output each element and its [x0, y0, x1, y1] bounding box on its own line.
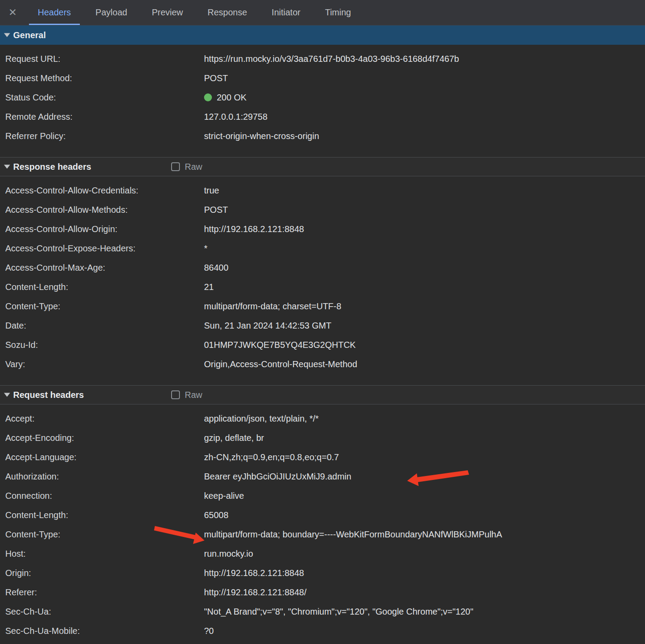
header-rows: Request URL:https://run.mocky.io/v3/3aa7… — [0, 45, 645, 150]
sections: GeneralRequest URL:https://run.mocky.io/… — [0, 25, 645, 644]
header-name: Request URL: — [0, 54, 204, 64]
header-value-text: gzip, deflate, br — [204, 433, 264, 443]
header-value-text: https://run.mocky.io/v3/3aa761d7-b0b3-4a… — [204, 54, 459, 64]
header-name: Sec-Ch-Ua-Mobile: — [0, 626, 204, 636]
header-row: Request Method:POST — [0, 68, 645, 88]
header-value: 65008 — [204, 510, 645, 520]
section-title: Response headers — [13, 162, 91, 172]
header-value: 01HMP7JWKQE7B5YQ4E3G2QHTCK — [204, 340, 645, 350]
header-value-text: * — [204, 243, 208, 254]
header-name: Content-Length: — [0, 510, 204, 520]
header-row: Content-Type:multipart/form-data; charse… — [0, 297, 645, 316]
section-title: Request headers — [13, 390, 84, 400]
raw-toggle[interactable]: Raw — [171, 157, 202, 176]
header-row: Origin:http://192.168.2.121:8848 — [0, 563, 645, 583]
header-value-text: Origin,Access-Control-Request-Method — [204, 359, 357, 369]
header-row: Access-Control-Max-Age:86400 — [0, 258, 645, 277]
header-name: Access-Control-Max-Age: — [0, 263, 204, 273]
header-value-text: multipart/form-data; boundary=----WebKit… — [204, 530, 502, 540]
header-value: http://192.168.2.121:8848 — [204, 224, 645, 234]
section-header-general[interactable]: General — [0, 25, 645, 45]
header-rows: Accept:application/json, text/plain, */*… — [0, 404, 645, 644]
header-value-text: run.mocky.io — [204, 549, 253, 559]
header-value: multipart/form-data; boundary=----WebKit… — [204, 530, 645, 540]
header-row: Accept-Language:zh-CN,zh;q=0.9,en;q=0.8,… — [0, 447, 645, 467]
raw-toggle[interactable]: Raw — [171, 386, 202, 404]
tab-response[interactable]: Response — [198, 0, 257, 25]
header-name: Access-Control-Allow-Methods: — [0, 205, 204, 215]
header-name: Status Code: — [0, 93, 204, 103]
header-value: Bearer eyJhbGciOiJIUzUxMiJ9.admin — [204, 472, 645, 482]
header-name: Content-Length: — [0, 282, 204, 292]
header-row: Access-Control-Allow-Credentials:true — [0, 181, 645, 200]
header-row: Sec-Ch-Ua:"Not_A Brand";v="8", "Chromium… — [0, 602, 645, 621]
disclosure-triangle-icon — [4, 165, 10, 169]
header-value-text: POST — [204, 73, 228, 83]
section-header-request-headers[interactable]: Request headersRaw — [0, 385, 645, 404]
tab-timing[interactable]: Timing — [315, 0, 361, 25]
header-row: Access-Control-Allow-Origin:http://192.1… — [0, 219, 645, 239]
header-row: Connection:keep-alive — [0, 486, 645, 505]
header-value: 127.0.0.1:29758 — [204, 112, 645, 122]
header-row: Host:run.mocky.io — [0, 544, 645, 563]
raw-checkbox[interactable] — [171, 390, 180, 399]
header-value-text: http://192.168.2.121:8848/ — [204, 587, 307, 597]
header-value-text: ?0 — [204, 626, 214, 636]
tab-payload[interactable]: Payload — [86, 0, 137, 25]
raw-label: Raw — [185, 390, 202, 400]
header-value: keep-alive — [204, 491, 645, 501]
header-name: Date: — [0, 321, 204, 331]
header-name: Content-Type: — [0, 530, 204, 540]
section-header-response-headers[interactable]: Response headersRaw — [0, 157, 645, 176]
header-name: Access-Control-Allow-Credentials: — [0, 186, 204, 196]
header-row: Accept:application/json, text/plain, */* — [0, 409, 645, 428]
header-rows: Access-Control-Allow-Credentials:trueAcc… — [0, 176, 645, 378]
header-row: Date:Sun, 21 Jan 2024 14:42:53 GMT — [0, 316, 645, 335]
header-value: "Not_A Brand";v="8", "Chromium";v="120",… — [204, 607, 645, 617]
close-icon[interactable]: ✕ — [0, 0, 25, 25]
header-row: Access-Control-Expose-Headers:* — [0, 239, 645, 258]
header-value-text: multipart/form-data; charset=UTF-8 — [204, 301, 341, 311]
header-row: Content-Length:65008 — [0, 505, 645, 525]
header-value-text: 65008 — [204, 510, 229, 520]
header-row: Accept-Encoding:gzip, deflate, br — [0, 428, 645, 447]
header-row: Content-Length:21 — [0, 277, 645, 297]
status-ok-dot-icon — [204, 93, 212, 101]
header-value-text: 200 OK — [217, 93, 247, 103]
header-value-text: keep-alive — [204, 491, 244, 501]
disclosure-triangle-icon — [4, 393, 10, 397]
header-value: run.mocky.io — [204, 549, 645, 559]
raw-checkbox[interactable] — [171, 162, 180, 171]
header-value-text: 127.0.0.1:29758 — [204, 112, 268, 122]
header-name: Vary: — [0, 359, 204, 369]
tab-headers[interactable]: Headers — [28, 0, 81, 25]
header-value: strict-origin-when-cross-origin — [204, 131, 645, 141]
header-row: Referrer Policy:strict-origin-when-cross… — [0, 126, 645, 146]
section-title: General — [13, 30, 46, 40]
header-name: Origin: — [0, 568, 204, 578]
header-value: Origin,Access-Control-Request-Method — [204, 359, 645, 369]
header-value-text: POST — [204, 205, 228, 215]
header-name: Sec-Ch-Ua: — [0, 607, 204, 617]
disclosure-triangle-icon — [4, 33, 10, 37]
header-name: Connection: — [0, 491, 204, 501]
header-value-text: http://192.168.2.121:8848 — [204, 224, 304, 234]
header-row: Remote Address:127.0.0.1:29758 — [0, 107, 645, 126]
tab-initiator[interactable]: Initiator — [262, 0, 310, 25]
header-name: Access-Control-Allow-Origin: — [0, 224, 204, 234]
header-value-text: Sun, 21 Jan 2024 14:42:53 GMT — [204, 321, 331, 331]
header-name: Access-Control-Expose-Headers: — [0, 243, 204, 254]
tab-preview[interactable]: Preview — [142, 0, 193, 25]
header-value-text: zh-CN,zh;q=0.9,en;q=0.8,eo;q=0.7 — [204, 452, 339, 462]
header-value: https://run.mocky.io/v3/3aa761d7-b0b3-4a… — [204, 54, 645, 64]
header-name: Remote Address: — [0, 112, 204, 122]
header-value: true — [204, 186, 645, 196]
header-value: http://192.168.2.121:8848 — [204, 568, 645, 578]
header-value: Sun, 21 Jan 2024 14:42:53 GMT — [204, 321, 645, 331]
header-value-text: true — [204, 186, 219, 196]
header-value: * — [204, 243, 645, 254]
devtools-network-headers-panel: { "tab_bar": { "close_glyph": "✕", "tabs… — [0, 0, 645, 644]
header-value: 200 OK — [204, 93, 645, 103]
header-value-text: http://192.168.2.121:8848 — [204, 568, 304, 578]
header-row: Content-Type:multipart/form-data; bounda… — [0, 525, 645, 544]
